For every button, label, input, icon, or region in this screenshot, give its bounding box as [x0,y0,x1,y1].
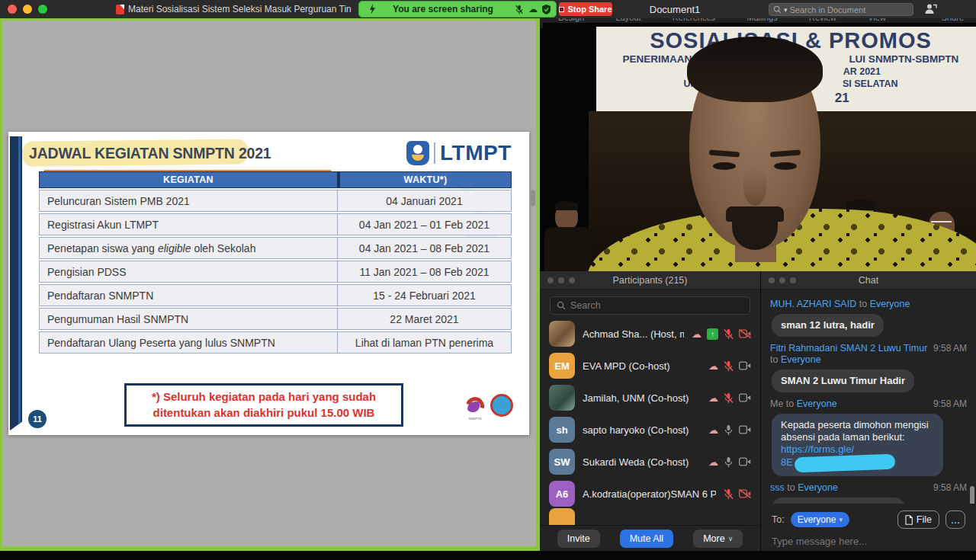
message-time: 9:58 AM [933,343,967,354]
participant-row[interactable]: Jamilah, UNM (Co-host) ☁ ↑ [540,382,760,414]
window-title-bar: Materi Sosialisasi Sistem Seleksi Masuk … [0,0,976,18]
close-window-button[interactable] [8,5,17,14]
chevron-down-icon: ∨ [728,535,734,542]
participant-row[interactable]: Achmad Sha... (Host, me) ☁ ↑ [540,318,760,350]
stop-share-button[interactable]: Stop Share [559,2,612,16]
table-row: Pendaftaran Ulang Peserta yang lulus SNM… [39,331,512,354]
chat-message: 9:58 AM Fitri Rahmadani SMAN 2 Luwu Timu… [770,343,967,394]
message-recipient: Everyone [870,299,910,309]
participant-row[interactable]: A6 A.kodratia(operator)SMAN 6 P... ☁ ↑ [540,478,760,510]
camera-icon [739,457,751,466]
message-link[interactable]: https://forms.gle/ [781,443,934,456]
chat-input[interactable]: Type message here... [772,536,965,547]
message-bubble: sman 12 lutra, hadir [772,314,884,337]
message-text: SMAN 2 Luwu Timur Hadir [781,375,905,386]
file-button[interactable]: File [897,510,939,529]
search-placeholder: Search in Document [790,5,866,14]
schedule-table: KEGIATAN WAKTU*) Peluncuran Sistem PMB 2… [39,171,512,354]
avatar: SW [549,449,575,475]
invite-button[interactable]: Invite [557,530,600,548]
table-row: Penetapan siswa yangeligibleoleh Sekolah… [39,237,512,259]
screen-sharing-banner: You are screen sharing ☁ [358,1,557,18]
snmptn-swoosh-logo [464,395,486,417]
ltmpt-logo: LTMPT [406,141,512,165]
chat-header: Chat [761,271,976,290]
participants-panel: Participants (215) Search Achmad Sha... … [540,271,761,551]
camera-icon [739,425,751,434]
participant-name: Jamilah, UNM (Co-host) [583,392,701,404]
slide-side-bar-decoration [10,136,22,430]
page-number-badge: 11 [28,410,47,428]
minimize-window-button[interactable] [23,5,32,14]
more-button[interactable]: More∨ [693,530,743,548]
chat-panel: Chat MUH. AZHARI SAID to Everyone sman 1… [761,271,976,551]
participant-row[interactable]: sh sapto haryoko (Co-host) ☁ ↑ [540,414,760,446]
participant-row[interactable]: SW Sukardi Weda (Co-host) ☁ ↑ [540,446,760,478]
table-row: Pengisian PDSS 11 Jan 2021 – 08 Feb 2021 [39,261,512,283]
chat-more-button[interactable]: … [946,510,965,529]
message-recipient: Everyone [781,354,821,365]
zoom-window-button[interactable] [38,5,47,14]
window-controls [8,5,47,14]
camera-icon [739,393,751,402]
chat-footer: To: Everyone▾ File … Type message here..… [761,504,976,551]
message-sender: MUH. AZHARI SAID [770,299,856,309]
pdf-icon [116,5,124,14]
ribbon-tab: Review [809,18,836,22]
participant-name: Achmad Sha... (Host, me) [583,328,684,340]
avatar [549,385,575,411]
mic-muted-icon[interactable] [515,5,524,14]
participants-search-field[interactable]: Search [550,296,750,315]
participants-title: Participants (215) [613,275,688,286]
panel-window-controls[interactable] [547,277,575,283]
ribbon-tab: View [868,18,886,22]
away-status-icon: ☁ [708,425,718,435]
chat-messages: MUH. AZHARI SAID to Everyone sman 12 lut… [761,290,976,522]
screen-share-icon: ↑ [707,328,718,340]
message-sender: Me [770,398,783,409]
to-label: To: [772,514,785,525]
lightning-icon [369,4,376,14]
app-document-title: Document1 [625,4,724,15]
mic-icon [724,360,734,372]
document-scrollbar[interactable] [531,190,535,206]
stop-icon [559,7,564,12]
shield-check-icon[interactable] [542,5,551,14]
message-text: Kepada peserta dimohon mengisi absensi p… [781,419,929,443]
table-row: Pengumuman Hasil SNMPTN 22 Maret 2021 [39,308,512,330]
table-row: Peluncuran Sistem PMB 2021 04 Januari 20… [39,190,512,212]
camera-icon [739,329,751,338]
participant-name: sapto haryoko (Co-host) [583,424,701,436]
ribbon-share-tab: Share [942,18,964,22]
search-icon [773,5,782,14]
redaction-scribble [795,454,896,473]
tutwuri-emblem-icon [406,141,429,165]
header-kegiatan: KEGIATAN [39,171,338,188]
message-sender: Fitri Rahmadani SMAN 2 Luwu Timur [770,343,927,354]
footnote-box: *) Seluruh kegiatan pada hari yang sudah… [124,383,403,427]
message-recipient: Everyone [798,482,838,493]
ltmpt-wordmark: LTMPT [440,141,512,165]
panel-window-controls[interactable] [769,277,796,283]
desktop-edge [0,551,976,560]
away-status-icon: ☁ [692,329,702,339]
participant-row[interactable]: EM EVA MPD (Co-host) ☁ ↑ [540,350,760,382]
share-contact-icon[interactable] [924,2,937,15]
speaker-hair [687,37,823,102]
search-placeholder: Search [570,300,601,311]
chat-message: 9:58 AM Me to Everyone Kepada peserta di… [770,398,967,478]
participants-header: Participants (215) [540,271,760,290]
shared-document-window: JADWAL KEGIATAN SNMPTN 2021 LTMPT KEGIAT… [0,18,540,551]
message-bubble: Kepada peserta dimohon mengisi absensi p… [772,414,943,476]
mic-icon [724,456,734,468]
document-window-title: Materi Sosialisasi Sistem Seleksi Masuk … [116,4,358,14]
ribbon-tab: References [673,18,715,22]
participants-footer: Invite Mute All More∨ [540,525,760,551]
document-search-field[interactable]: ▾ Search in Document [769,3,913,16]
chat-message: MUH. AZHARI SAID to Everyone sman 12 lut… [770,299,967,338]
cloud-icon[interactable]: ☁ [528,4,538,14]
chat-title: Chat [859,275,878,286]
sharing-banner-label: You are screen sharing [376,4,510,14]
mute-all-button[interactable]: Mute All [620,530,673,548]
recipient-dropdown[interactable]: Everyone▾ [791,512,849,527]
